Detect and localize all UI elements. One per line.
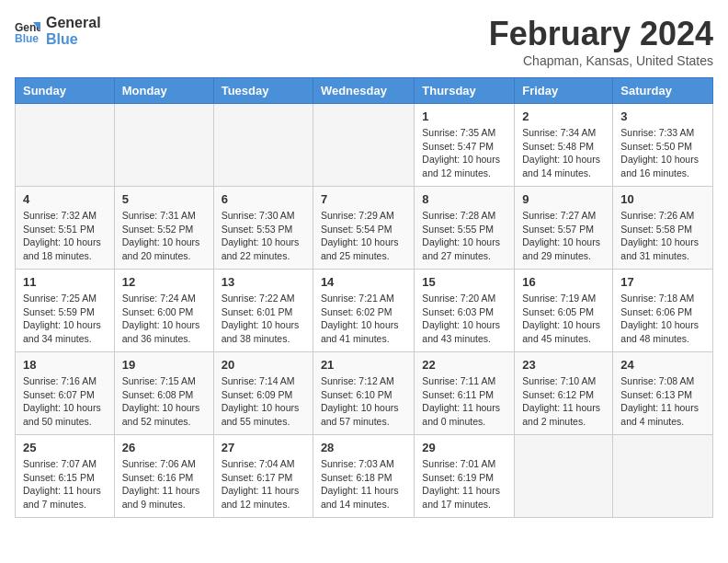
day-number: 8: [422, 192, 506, 206]
calendar-cell: 13Sunrise: 7:22 AM Sunset: 6:01 PM Dayli…: [213, 270, 313, 352]
day-header-thursday: Thursday: [415, 78, 515, 104]
day-detail: Sunrise: 7:08 AM Sunset: 6:13 PM Dayligh…: [620, 374, 705, 429]
calendar-table: SundayMondayTuesdayWednesdayThursdayFrid…: [15, 77, 713, 518]
day-header-wednesday: Wednesday: [313, 78, 414, 104]
calendar-cell: 18Sunrise: 7:16 AM Sunset: 6:07 PM Dayli…: [16, 352, 115, 435]
calendar-cell: [114, 104, 213, 187]
week-row-1: 1Sunrise: 7:35 AM Sunset: 5:47 PM Daylig…: [16, 104, 713, 187]
day-number: 13: [222, 275, 305, 289]
calendar-cell: 11Sunrise: 7:25 AM Sunset: 5:59 PM Dayli…: [16, 270, 115, 352]
calendar-cell: 10Sunrise: 7:26 AM Sunset: 5:58 PM Dayli…: [613, 187, 713, 270]
day-detail: Sunrise: 7:10 AM Sunset: 6:12 PM Dayligh…: [522, 374, 605, 429]
day-detail: Sunrise: 7:12 AM Sunset: 6:10 PM Dayligh…: [321, 374, 406, 429]
day-number: 20: [222, 358, 305, 372]
day-detail: Sunrise: 7:25 AM Sunset: 5:59 PM Dayligh…: [23, 292, 107, 346]
day-number: 27: [222, 441, 305, 454]
calendar-cell: [613, 435, 713, 518]
day-detail: Sunrise: 7:28 AM Sunset: 5:55 PM Dayligh…: [422, 209, 506, 263]
day-detail: Sunrise: 7:26 AM Sunset: 5:58 PM Dayligh…: [620, 209, 705, 263]
logo: General Blue General Blue: [15, 15, 101, 47]
day-header-monday: Monday: [114, 78, 213, 104]
day-detail: Sunrise: 7:33 AM Sunset: 5:50 PM Dayligh…: [620, 126, 705, 180]
day-number: 5: [122, 192, 206, 206]
day-number: 26: [122, 441, 206, 454]
calendar-cell: [515, 435, 613, 518]
calendar-cell: [16, 104, 115, 187]
calendar-cell: 29Sunrise: 7:01 AM Sunset: 6:19 PM Dayli…: [415, 435, 515, 518]
day-header-friday: Friday: [515, 78, 613, 104]
day-detail: Sunrise: 7:29 AM Sunset: 5:54 PM Dayligh…: [321, 209, 406, 263]
day-number: 2: [522, 109, 605, 123]
day-number: 11: [23, 275, 107, 289]
day-detail: Sunrise: 7:19 AM Sunset: 6:05 PM Dayligh…: [522, 292, 605, 346]
page-header: General Blue General Blue February 2024 …: [15, 15, 713, 68]
calendar-cell: 7Sunrise: 7:29 AM Sunset: 5:54 PM Daylig…: [313, 187, 414, 270]
day-detail: Sunrise: 7:18 AM Sunset: 6:06 PM Dayligh…: [620, 292, 705, 346]
day-header-sunday: Sunday: [16, 78, 115, 104]
logo-icon: General Blue: [15, 18, 40, 44]
day-number: 16: [522, 275, 605, 289]
calendar-cell: 25Sunrise: 7:07 AM Sunset: 6:15 PM Dayli…: [16, 435, 115, 518]
week-row-3: 11Sunrise: 7:25 AM Sunset: 5:59 PM Dayli…: [16, 270, 713, 352]
day-detail: Sunrise: 7:07 AM Sunset: 6:15 PM Dayligh…: [23, 457, 107, 511]
day-detail: Sunrise: 7:27 AM Sunset: 5:57 PM Dayligh…: [522, 209, 605, 263]
calendar-cell: 2Sunrise: 7:34 AM Sunset: 5:48 PM Daylig…: [515, 104, 613, 187]
calendar-cell: 19Sunrise: 7:15 AM Sunset: 6:08 PM Dayli…: [114, 352, 213, 435]
day-detail: Sunrise: 7:01 AM Sunset: 6:19 PM Dayligh…: [422, 457, 506, 511]
week-row-2: 4Sunrise: 7:32 AM Sunset: 5:51 PM Daylig…: [16, 187, 713, 270]
calendar-cell: 9Sunrise: 7:27 AM Sunset: 5:57 PM Daylig…: [515, 187, 613, 270]
day-detail: Sunrise: 7:16 AM Sunset: 6:07 PM Dayligh…: [23, 374, 107, 429]
calendar-cell: 8Sunrise: 7:28 AM Sunset: 5:55 PM Daylig…: [415, 187, 515, 270]
day-detail: Sunrise: 7:06 AM Sunset: 6:16 PM Dayligh…: [122, 457, 206, 511]
day-detail: Sunrise: 7:11 AM Sunset: 6:11 PM Dayligh…: [422, 374, 506, 429]
day-detail: Sunrise: 7:34 AM Sunset: 5:48 PM Dayligh…: [522, 126, 605, 180]
calendar-cell: 24Sunrise: 7:08 AM Sunset: 6:13 PM Dayli…: [613, 352, 713, 435]
day-number: 22: [422, 358, 506, 372]
title-block: February 2024 Chapman, Kansas, United St…: [489, 15, 713, 68]
day-number: 12: [122, 275, 206, 289]
calendar-cell: 22Sunrise: 7:11 AM Sunset: 6:11 PM Dayli…: [415, 352, 515, 435]
day-detail: Sunrise: 7:21 AM Sunset: 6:02 PM Dayligh…: [321, 292, 406, 346]
calendar-cell: 26Sunrise: 7:06 AM Sunset: 6:16 PM Dayli…: [114, 435, 213, 518]
day-number: 7: [321, 192, 406, 206]
calendar-cell: 1Sunrise: 7:35 AM Sunset: 5:47 PM Daylig…: [415, 104, 515, 187]
svg-text:Blue: Blue: [15, 32, 39, 44]
day-number: 24: [620, 358, 705, 372]
day-number: 10: [620, 192, 705, 206]
day-detail: Sunrise: 7:14 AM Sunset: 6:09 PM Dayligh…: [222, 374, 305, 429]
day-number: 17: [620, 275, 705, 289]
calendar-cell: 28Sunrise: 7:03 AM Sunset: 6:18 PM Dayli…: [313, 435, 414, 518]
day-number: 9: [522, 192, 605, 206]
day-number: 4: [23, 192, 107, 206]
day-header-tuesday: Tuesday: [213, 78, 313, 104]
calendar-cell: 3Sunrise: 7:33 AM Sunset: 5:50 PM Daylig…: [613, 104, 713, 187]
day-number: 28: [321, 441, 406, 454]
day-detail: Sunrise: 7:22 AM Sunset: 6:01 PM Dayligh…: [222, 292, 305, 346]
day-number: 23: [522, 358, 605, 372]
calendar-cell: 15Sunrise: 7:20 AM Sunset: 6:03 PM Dayli…: [415, 270, 515, 352]
day-detail: Sunrise: 7:15 AM Sunset: 6:08 PM Dayligh…: [122, 374, 206, 429]
day-detail: Sunrise: 7:30 AM Sunset: 5:53 PM Dayligh…: [222, 209, 305, 263]
calendar-cell: 17Sunrise: 7:18 AM Sunset: 6:06 PM Dayli…: [613, 270, 713, 352]
day-detail: Sunrise: 7:24 AM Sunset: 6:00 PM Dayligh…: [122, 292, 206, 346]
day-number: 6: [222, 192, 305, 206]
calendar-cell: 27Sunrise: 7:04 AM Sunset: 6:17 PM Dayli…: [213, 435, 313, 518]
day-number: 15: [422, 275, 506, 289]
calendar-cell: [213, 104, 313, 187]
logo-text-blue: Blue: [46, 31, 101, 48]
location: Chapman, Kansas, United States: [489, 53, 713, 68]
logo-text-general: General: [46, 15, 101, 31]
calendar-cell: 16Sunrise: 7:19 AM Sunset: 6:05 PM Dayli…: [515, 270, 613, 352]
day-detail: Sunrise: 7:35 AM Sunset: 5:47 PM Dayligh…: [422, 126, 506, 180]
calendar-cell: 6Sunrise: 7:30 AM Sunset: 5:53 PM Daylig…: [213, 187, 313, 270]
day-detail: Sunrise: 7:32 AM Sunset: 5:51 PM Dayligh…: [23, 209, 107, 263]
calendar-cell: 20Sunrise: 7:14 AM Sunset: 6:09 PM Dayli…: [213, 352, 313, 435]
day-detail: Sunrise: 7:31 AM Sunset: 5:52 PM Dayligh…: [122, 209, 206, 263]
calendar-cell: [313, 104, 414, 187]
day-number: 29: [422, 441, 506, 454]
day-number: 21: [321, 358, 406, 372]
day-number: 25: [23, 441, 107, 454]
day-number: 3: [620, 109, 705, 123]
calendar-cell: 21Sunrise: 7:12 AM Sunset: 6:10 PM Dayli…: [313, 352, 414, 435]
day-detail: Sunrise: 7:20 AM Sunset: 6:03 PM Dayligh…: [422, 292, 506, 346]
